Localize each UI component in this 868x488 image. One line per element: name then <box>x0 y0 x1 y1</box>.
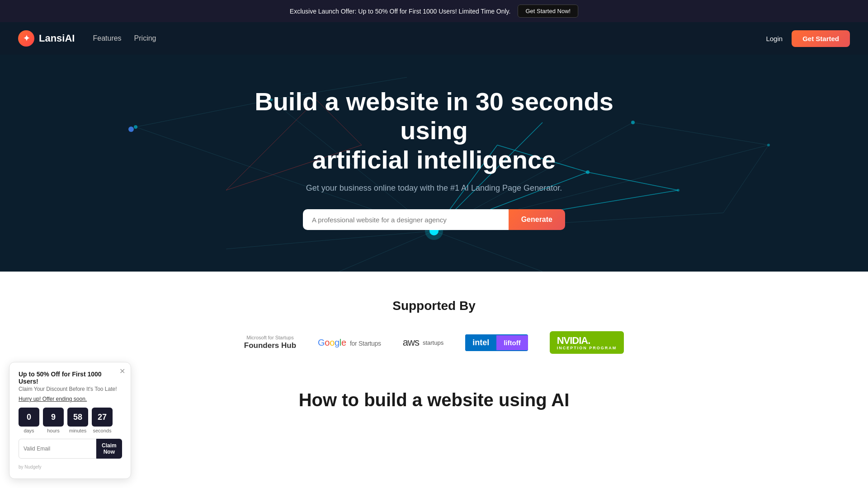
aws-text: aws <box>403 337 419 348</box>
offer-close-button[interactable]: ✕ <box>119 367 125 375</box>
logo-nvidia: NVIDIA. INCEPTION PROGRAM <box>550 331 624 354</box>
how-to-title: How to build a website using AI <box>18 390 850 410</box>
announcement-bar: Exclusive Launch Offer: Up to 50% Off fo… <box>0 0 868 22</box>
generate-button[interactable]: Generate <box>509 209 565 230</box>
offer-hurry-text: Hurry up! Offer ending soon. <box>19 396 122 402</box>
hero-subtitle: Get your business online today with the … <box>253 183 615 193</box>
nvidia-logo-text: NVIDIA. <box>557 335 617 347</box>
svg-point-27 <box>767 144 770 146</box>
countdown-hours-value: 9 <box>43 408 64 419</box>
hero-title-line1: Build a website in 30 seconds using <box>255 87 613 145</box>
countdown-minutes-value: 58 <box>67 408 88 419</box>
offer-widget: ✕ Up to 50% Off for First 1000 Users! Cl… <box>9 362 131 419</box>
logos-row: Microsoft for Startups Founders Hub Goog… <box>18 331 850 354</box>
navbar: ✦ LansiAI Features Pricing Login Get Sta… <box>0 22 868 55</box>
hero-content: Build a website in 30 seconds using arti… <box>253 87 615 230</box>
navbar-right: Login Get Started <box>766 30 850 47</box>
logo-aws: aws startups <box>403 337 443 348</box>
svg-point-24 <box>134 125 137 129</box>
announcement-cta[interactable]: Get Started Now! <box>518 5 578 18</box>
svg-point-30 <box>128 127 134 132</box>
logo-text: LansiAI <box>39 33 75 44</box>
brand-nvidia: NVIDIA. INCEPTION PROGRAM <box>550 331 624 354</box>
svg-point-26 <box>631 121 635 124</box>
logo-google: Google for Startups <box>318 338 381 348</box>
supported-section: Supported By Microsoft for Startups Foun… <box>0 272 868 372</box>
liftoff-text: liftoff <box>496 335 528 350</box>
countdown-days-value: 0 <box>19 408 39 419</box>
navbar-left: ✦ LansiAI Features Pricing <box>18 30 156 47</box>
nav-item-features[interactable]: Features <box>93 34 121 42</box>
countdown-days: 0 days <box>19 408 39 419</box>
logo-intel-liftoff: intel liftoff <box>465 334 528 351</box>
offer-subtitle: Claim Your Discount Before It's Too Late… <box>19 386 122 392</box>
nav-link-features[interactable]: Features <box>93 34 121 42</box>
brand-google: Google for Startups <box>318 338 381 348</box>
brand-microsoft-for-startups: Microsoft for Startups <box>246 334 294 341</box>
hero-title-line2: artificial intelligence <box>312 145 556 174</box>
logo-link[interactable]: ✦ LansiAI <box>18 30 75 47</box>
countdown-seconds: 27 seconds <box>92 408 113 419</box>
supported-title: Supported By <box>18 299 850 313</box>
get-started-button[interactable]: Get Started <box>792 30 850 47</box>
hero-title: Build a website in 30 seconds using arti… <box>253 87 615 174</box>
brand-aws: aws startups <box>403 337 443 348</box>
countdown-minutes: 58 minutes <box>67 408 88 419</box>
svg-point-29 <box>677 189 679 192</box>
nav-link-pricing[interactable]: Pricing <box>134 34 156 42</box>
brand-intel-liftoff: intel liftoff <box>465 334 528 351</box>
logo-icon: ✦ <box>18 30 34 47</box>
offer-title: Up to 50% Off for First 1000 Users! <box>19 371 122 385</box>
brand-founders-hub: Microsoft for Startups Founders Hub <box>244 334 296 351</box>
aws-startups-text: startups <box>423 339 443 346</box>
countdown-seconds-value: 27 <box>92 408 113 419</box>
hero-input-row: Generate <box>303 209 565 230</box>
announcement-text: Exclusive Launch Offer: Up to 50% Off fo… <box>290 8 511 15</box>
countdown-hours: 9 hours <box>43 408 64 419</box>
brand-founders-hub-name: Founders Hub <box>244 341 296 351</box>
nav-item-pricing[interactable]: Pricing <box>134 34 156 42</box>
hero-section: Build a website in 30 seconds using arti… <box>0 55 868 272</box>
nav-links: Features Pricing <box>93 34 156 42</box>
logo-founders-hub: Microsoft for Startups Founders Hub <box>244 334 296 351</box>
countdown-row: 0 days 9 hours 58 minutes 27 seconds <box>19 408 122 419</box>
login-button[interactable]: Login <box>766 35 783 42</box>
intel-text: intel <box>465 334 496 351</box>
website-prompt-input[interactable] <box>303 209 509 230</box>
nvidia-inception-text: INCEPTION PROGRAM <box>557 346 617 350</box>
